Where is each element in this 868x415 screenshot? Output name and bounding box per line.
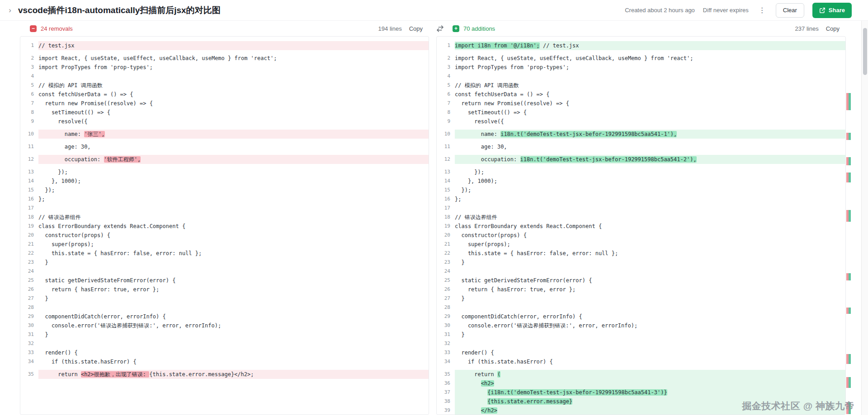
line-number: 7 [20, 99, 38, 108]
diff-marker [846, 210, 851, 222]
code-line: 26 return { hasError: true, error }; [437, 285, 845, 294]
right-pane-header: + 70 additions 237 lines Copy [436, 21, 846, 36]
line-content: import PropTypes from 'prop-types'; [38, 63, 429, 72]
code-line: 13 }); [20, 168, 429, 177]
line-content: }); [455, 186, 845, 195]
created-timestamp: Created about 2 hours ago [625, 7, 695, 14]
swap-panes-icon[interactable] [436, 25, 444, 33]
code-line: 2import React, { useState, useEffect, us… [437, 54, 845, 63]
line-content: age: 30, [38, 142, 429, 151]
changed-word: {this.state.error.message} [487, 398, 572, 405]
left-copy-button[interactable]: Copy [409, 25, 423, 32]
right-lines-count: 237 lines [795, 25, 819, 32]
line-number: 32 [437, 339, 455, 348]
code-line: 24 [20, 267, 429, 276]
line-content: return new Promise((resolve) => { [38, 99, 429, 108]
line-number: 25 [437, 276, 455, 285]
line-number: 33 [20, 348, 38, 357]
collapse-chevron-icon[interactable]: › [5, 6, 15, 14]
code-line: 25 static getDerivedStateFromError(error… [20, 276, 429, 285]
line-number: 9 [437, 117, 455, 126]
code-line: 2import React, { useState, useEffect, us… [20, 54, 429, 63]
line-content: } [455, 330, 845, 339]
line-content: name: i18n.t('demoTest-test-jsx-befor-19… [455, 130, 845, 139]
line-number: 11 [437, 142, 455, 151]
line-number: 30 [20, 321, 38, 330]
left-pane-header: − 24 removals 194 lines Copy [20, 21, 429, 36]
code-line: 17 [20, 204, 429, 213]
line-content: } [455, 294, 845, 303]
line-content: return { hasError: true, error }; [38, 285, 429, 294]
line-number: 21 [437, 240, 455, 249]
header-actions: Created about 2 hours ago Diff never exp… [625, 3, 852, 18]
scrollbar-thumb[interactable] [863, 28, 867, 75]
line-number: 14 [20, 177, 38, 186]
line-number: 8 [437, 108, 455, 117]
diff-main-area: − 24 removals 194 lines Copy 1// test.js… [0, 21, 868, 415]
line-content: return { hasError: true, error }; [455, 285, 845, 294]
code-line: 28 [20, 303, 429, 312]
line-number: 31 [437, 330, 455, 339]
right-copy-button[interactable]: Copy [826, 25, 840, 32]
line-number: 14 [437, 177, 455, 186]
line-content: render() { [455, 348, 845, 357]
line-number: 29 [437, 312, 455, 321]
line-content: super(props); [38, 240, 429, 249]
diff-marker [846, 93, 851, 110]
line-number: 18 [20, 213, 38, 222]
changed-word: <h2>很抱歉，出现了错误: [81, 371, 149, 378]
line-number: 5 [437, 81, 455, 90]
share-button[interactable]: Share [812, 3, 852, 18]
code-line: 29 componentDidCatch(error, errorInfo) { [437, 312, 845, 321]
additions-badge-icon: + [453, 25, 459, 32]
line-content: if (this.state.hasError) { [455, 357, 845, 366]
line-number: 34 [437, 357, 455, 366]
line-number: 20 [437, 231, 455, 240]
line-number: 13 [20, 168, 38, 177]
line-content: const fetchUserData = () => { [455, 90, 845, 99]
line-number: 6 [20, 90, 38, 99]
code-line: 32 [437, 339, 845, 348]
line-content: resolve({ [455, 117, 845, 126]
share-icon [819, 7, 826, 14]
line-number: 37 [437, 388, 455, 397]
line-content: static getDerivedStateFromError(error) { [38, 276, 429, 285]
page-scrollbar[interactable] [861, 21, 868, 415]
code-line: 25 static getDerivedStateFromError(error… [437, 276, 845, 285]
code-line: 22 this.state = { hasError: false, error… [20, 249, 429, 258]
line-content [38, 339, 429, 348]
code-line: 4 [20, 72, 429, 81]
clear-button[interactable]: Clear [776, 3, 804, 18]
line-content [455, 204, 845, 213]
line-content: return ( [455, 370, 845, 379]
code-line: 13 }); [437, 168, 845, 177]
line-number: 21 [20, 240, 38, 249]
line-content: } [455, 258, 845, 267]
code-line: 14 }, 1000); [20, 177, 429, 186]
line-content: // 模拟的 API 调用函数 [455, 81, 845, 90]
line-number: 30 [437, 321, 455, 330]
line-number: 4 [20, 72, 38, 81]
more-options-icon[interactable]: ⋮ [757, 6, 768, 14]
line-content: name: '张三', [38, 130, 429, 139]
line-content: } [38, 258, 429, 267]
line-number: 15 [437, 186, 455, 195]
line-content: setTimeout(() => { [455, 108, 845, 117]
line-content: class ErrorBoundary extends React.Compon… [38, 222, 429, 231]
line-content: render() { [38, 348, 429, 357]
line-content: import PropTypes from 'prop-types'; [455, 63, 845, 72]
line-content: }, 1000); [38, 177, 429, 186]
line-content [455, 267, 845, 276]
code-line: 26 return { hasError: true, error }; [20, 285, 429, 294]
diff-marker [846, 133, 851, 140]
diff-marker [846, 308, 851, 314]
line-content: }, 1000); [455, 177, 845, 186]
line-number: 26 [20, 285, 38, 294]
code-line: 20 constructor(props) { [20, 231, 429, 240]
code-line: 9 resolve({ [437, 117, 845, 126]
line-number: 6 [437, 90, 455, 99]
code-line: 31 } [20, 330, 429, 339]
line-content [38, 267, 429, 276]
line-number: 12 [437, 155, 455, 164]
line-content: console.error('错误边界捕获到错误:', error, error… [455, 321, 845, 330]
